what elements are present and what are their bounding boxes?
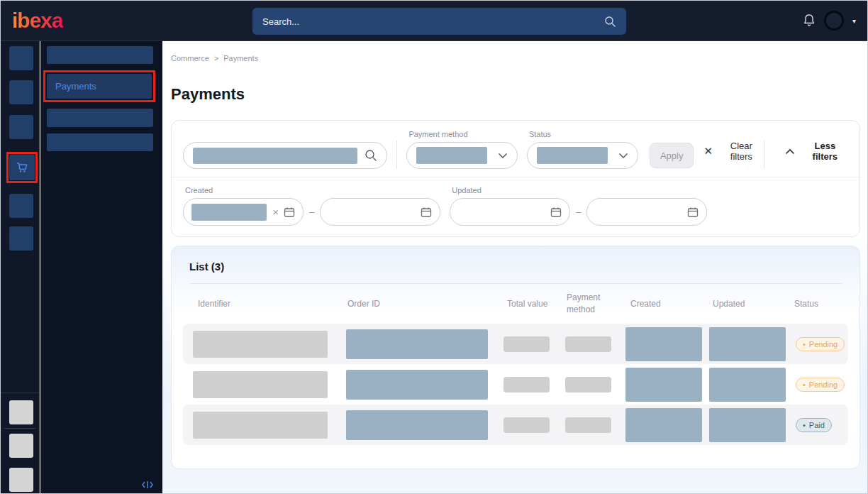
date-range-separator: – [576, 207, 581, 217]
order-id-placeholder [346, 410, 488, 440]
clear-date-icon[interactable]: × [272, 206, 279, 218]
commerce-annotation-box [6, 152, 38, 183]
clear-filters-button[interactable]: ✕ Clear filters [703, 141, 763, 162]
secondary-menu-panel: Payments [40, 41, 162, 493]
column-header-status: Status [787, 298, 848, 310]
chevron-down-icon [618, 153, 628, 159]
column-header-updated: Updated [709, 298, 787, 310]
payment-method-select[interactable] [406, 142, 518, 169]
main-content: Commerce > Payments Payments Payment met… [162, 41, 867, 493]
top-bar: ibexa ▾ [1, 1, 867, 41]
filter-divider [764, 141, 764, 169]
sidebar-icon-placeholder-5[interactable] [9, 194, 33, 218]
updated-label: Updated [450, 186, 707, 194]
created-to-date-input[interactable] [320, 198, 440, 226]
status-badge: • Pending [796, 337, 845, 351]
column-header-created: Created [625, 298, 709, 310]
apply-button[interactable]: Apply [650, 143, 694, 168]
status-label: Status [527, 130, 638, 138]
sidebar-icon-placeholder-3[interactable] [9, 115, 33, 139]
status-value-placeholder [537, 147, 608, 164]
updated-placeholder [709, 408, 786, 442]
sidebar-bottom-icon-placeholder-2[interactable] [9, 434, 33, 458]
column-header-total-value: Total value [503, 298, 565, 310]
table-header-row: Identifier Order ID Total value Payment … [183, 284, 848, 324]
clear-filters-label: Clear filters [719, 141, 764, 162]
list-title: List (3) [183, 257, 848, 283]
user-menu-caret-icon[interactable]: ▾ [852, 17, 856, 25]
payments-list-card: List (3) Identifier Order ID Total value… [171, 246, 860, 469]
menu-item-placeholder-1[interactable] [47, 46, 153, 64]
search-icon[interactable] [604, 16, 616, 28]
identifier-placeholder [193, 371, 328, 398]
updated-to-date-input[interactable] [586, 198, 707, 226]
sidebar-bottom-icon-placeholder-1[interactable] [9, 400, 33, 424]
filter-search-value-placeholder [193, 148, 357, 164]
date-range-separator: – [309, 207, 314, 217]
status-select[interactable] [527, 142, 638, 169]
column-header-order-id: Order ID [346, 298, 503, 310]
updated-placeholder [709, 327, 786, 361]
calendar-icon[interactable] [550, 207, 562, 218]
bell-icon[interactable] [803, 13, 816, 28]
updated-from-date-input[interactable] [450, 198, 570, 226]
table-row[interactable]: • Pending [183, 364, 848, 405]
sidebar-icon-placeholder-1[interactable] [9, 46, 33, 70]
status-badge: • Pending [796, 378, 845, 392]
status-label: Pending [809, 380, 838, 389]
table-row[interactable]: • Paid [183, 405, 848, 445]
search-icon[interactable] [365, 149, 377, 162]
status-dot: • [803, 421, 806, 429]
payment-method-value-placeholder [416, 147, 487, 164]
payment-method-label: Payment method [406, 130, 518, 138]
global-search[interactable] [252, 8, 626, 35]
filter-divider [396, 141, 397, 169]
shopping-cart-icon [15, 160, 29, 175]
global-search-input[interactable] [262, 16, 604, 27]
created-from-date-input[interactable]: × [183, 198, 304, 226]
column-header-identifier: Identifier [183, 298, 346, 310]
filter-search-input[interactable] [183, 142, 387, 169]
identifier-placeholder [193, 331, 328, 358]
status-badge: • Paid [796, 418, 832, 432]
chevron-up-icon [785, 148, 795, 155]
calendar-icon[interactable] [687, 207, 699, 218]
total-value-placeholder [503, 377, 550, 393]
collapse-panel-icon[interactable] [141, 480, 154, 490]
rail-divider [1, 393, 39, 393]
order-id-placeholder [346, 370, 488, 400]
breadcrumb: Commerce > Payments [171, 53, 859, 62]
created-placeholder [625, 368, 702, 402]
status-dot: • [803, 380, 806, 389]
breadcrumb-commerce[interactable]: Commerce [171, 54, 209, 62]
menu-item-placeholder-3[interactable] [47, 109, 153, 127]
sidebar-item-commerce[interactable] [9, 155, 35, 180]
breadcrumb-payments[interactable]: Payments [223, 54, 258, 62]
clear-x-icon: ✕ [703, 145, 713, 158]
sidebar-bottom-icon-placeholder-3[interactable] [9, 468, 33, 492]
filters-card: Payment method Status [171, 120, 860, 237]
status-label: Paid [809, 421, 825, 429]
menu-item-placeholder-4[interactable] [47, 133, 153, 151]
table-row[interactable]: • Pending [183, 324, 848, 364]
calendar-icon[interactable] [284, 207, 295, 218]
user-avatar[interactable] [824, 11, 844, 31]
created-from-value-placeholder [191, 204, 267, 221]
total-value-placeholder [503, 417, 550, 433]
sidebar-icon-placeholder-2[interactable] [9, 80, 33, 104]
rail-divider-2 [4, 428, 35, 429]
page-title: Payments [171, 85, 859, 104]
column-header-payment-method: Payment method [565, 292, 625, 316]
created-placeholder [625, 327, 702, 361]
calendar-icon[interactable] [421, 207, 432, 218]
less-filters-button[interactable]: Less filters [785, 141, 848, 162]
sidebar-icon-placeholder-6[interactable] [9, 226, 33, 251]
created-label: Created [183, 186, 440, 194]
menu-item-payments[interactable]: Payments [47, 74, 152, 99]
updated-placeholder [709, 368, 786, 402]
breadcrumb-separator: > [214, 54, 218, 62]
icon-rail-sidebar [1, 41, 40, 493]
ibexa-logo[interactable]: ibexa [12, 10, 63, 31]
payment-method-placeholder [565, 336, 611, 352]
payment-method-placeholder [565, 377, 611, 393]
